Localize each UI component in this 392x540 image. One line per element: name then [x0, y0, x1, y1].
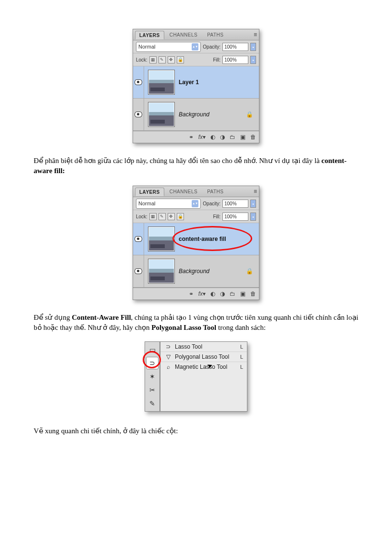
panel-menu-icon[interactable]: ≡ — [254, 188, 257, 195]
layers-panel-wrap-1: LAYERS CHANNELS PATHS ≡ Normal ▲▼ Opacit… — [34, 29, 358, 143]
tab-layers[interactable]: LAYERS — [135, 31, 164, 39]
lock-icon: 🔒 — [246, 111, 253, 118]
layer-thumbnail[interactable] — [148, 102, 175, 127]
panel-menu-icon[interactable]: ≡ — [254, 31, 257, 38]
fill-dropdown-icon[interactable]: ▸ — [250, 56, 256, 64]
blend-row: Normal ▲▼ Opacity: 100% ▸ — [133, 197, 259, 210]
lasso-label: Lasso Tool — [175, 343, 202, 350]
fill-label: Fill: — [213, 214, 220, 219]
fx-icon[interactable]: fx▾ — [198, 290, 206, 297]
opacity-label: Opacity: — [203, 44, 220, 50]
opacity-dropdown-icon[interactable]: ▸ — [250, 200, 256, 208]
opacity-input[interactable]: 100% — [222, 200, 248, 208]
visibility-toggle[interactable] — [133, 99, 144, 130]
lock-transparency-icon[interactable]: ▦ — [149, 213, 157, 220]
blend-mode-select[interactable]: Normal ▲▼ — [136, 199, 201, 209]
paragraph-3: Vẽ xung quanh chi tiết chính, ở đây là c… — [34, 426, 358, 436]
opacity-label: Opacity: — [203, 201, 220, 206]
layer-row-background[interactable]: Background 🔒 — [133, 255, 259, 288]
polygonal-label: Polygonal Lasso Tool — [175, 353, 229, 360]
tool-flyout-wrap: ▭ ⊃ ✶ ✂ ✎ ⊃ Lasso Tool L ▽ Polygonal Las… — [34, 341, 358, 412]
fx-icon[interactable]: fx▾ — [198, 134, 206, 140]
tab-channels[interactable]: CHANNELS — [165, 30, 202, 39]
tab-layers[interactable]: LAYERS — [135, 188, 164, 196]
crop-tool-btn[interactable]: ✂ — [146, 384, 159, 396]
lock-label: Lock: — [136, 57, 147, 63]
fill-input[interactable]: 100% — [222, 56, 248, 64]
marquee-tool-btn[interactable]: ▭ — [146, 343, 159, 356]
lasso-flyout-menu: ⊃ Lasso Tool L ▽ Polygonal Lasso Tool L … — [160, 341, 247, 412]
lock-label: Lock: — [136, 214, 147, 219]
eye-icon — [135, 236, 142, 242]
layers-panel-wrap-2: LAYERS CHANNELS PATHS ≡ Normal ▲▼ Opacit… — [34, 186, 358, 300]
group-icon[interactable]: 🗀 — [230, 134, 235, 140]
layer-row-background[interactable]: Background 🔒 — [133, 99, 259, 131]
lasso-icon: ⊃ — [164, 343, 172, 350]
lock-all-icon[interactable]: 🔒 — [177, 56, 184, 63]
polygonal-lasso-icon: ▽ — [164, 353, 172, 360]
panel-footer: ⚭ fx▾ ◐ ◑ 🗀 ▣ 🗑 — [133, 131, 259, 143]
link-icon[interactable]: ⚭ — [189, 290, 194, 297]
opacity-dropdown-icon[interactable]: ▸ — [250, 43, 256, 51]
layer-thumbnail[interactable] — [148, 226, 175, 251]
lock-transparency-icon[interactable]: ▦ — [149, 56, 157, 63]
opacity-input[interactable]: 100% — [222, 43, 248, 51]
toolbar-column: ▭ ⊃ ✶ ✂ ✎ — [145, 341, 160, 412]
layer-thumbnail[interactable] — [148, 259, 175, 284]
magnetic-label: Magnetic Lasso Tool — [175, 364, 227, 370]
layer-name-background[interactable]: Background — [179, 111, 209, 118]
trash-icon[interactable]: 🗑 — [250, 134, 256, 140]
adjustment-icon[interactable]: ◑ — [220, 134, 225, 140]
magic-wand-btn[interactable]: ✶ — [146, 370, 159, 383]
layer-row-renamed[interactable]: content-aware fill — [133, 223, 259, 255]
eye-icon — [135, 79, 142, 85]
layer-name-layer1[interactable]: Layer 1 — [179, 79, 199, 86]
shortcut: L — [240, 364, 243, 370]
fill-dropdown-icon[interactable]: ▸ — [250, 213, 256, 221]
panel-footer: ⚭ fx▾ ◐ ◑ 🗀 ▣ 🗑 — [133, 288, 259, 300]
menu-item-lasso[interactable]: ⊃ Lasso Tool L — [160, 342, 247, 352]
new-layer-icon[interactable]: ▣ — [240, 134, 245, 140]
layer-name-renamed[interactable]: content-aware fill — [179, 236, 226, 242]
lock-row: Lock: ▦ ✎ ✥ 🔒 Fill: 100% ▸ — [133, 210, 259, 223]
layers-list: content-aware fill Background 🔒 — [133, 223, 259, 288]
paragraph-1: Để phân biệt dễ hơn giữa các lớp này, ch… — [34, 156, 358, 176]
layers-panel-renamed: LAYERS CHANNELS PATHS ≡ Normal ▲▼ Opacit… — [133, 186, 259, 300]
mask-icon[interactable]: ◐ — [210, 134, 215, 140]
eye-icon — [135, 268, 142, 274]
lock-pixels-icon[interactable]: ✎ — [159, 213, 166, 220]
tab-paths[interactable]: PATHS — [203, 30, 228, 39]
lock-all-icon[interactable]: 🔒 — [177, 213, 184, 220]
layer-thumbnail[interactable] — [148, 70, 175, 95]
tab-paths[interactable]: PATHS — [203, 187, 228, 196]
blend-mode-select[interactable]: Normal ▲▼ — [136, 42, 201, 52]
lock-position-icon[interactable]: ✥ — [168, 213, 175, 220]
lasso-tool-btn[interactable]: ⊃ — [146, 357, 159, 369]
eyedropper-btn[interactable]: ✎ — [146, 397, 159, 410]
group-icon[interactable]: 🗀 — [230, 290, 235, 297]
visibility-toggle[interactable] — [133, 255, 144, 287]
lock-pixels-icon[interactable]: ✎ — [159, 56, 166, 63]
trash-icon[interactable]: 🗑 — [250, 290, 256, 297]
visibility-toggle[interactable] — [133, 66, 144, 98]
blend-mode-value: Normal — [138, 201, 155, 206]
tab-channels[interactable]: CHANNELS — [165, 187, 202, 196]
layers-list: Layer 1 Background 🔒 — [133, 66, 259, 131]
shortcut: L — [240, 354, 243, 360]
new-layer-icon[interactable]: ▣ — [240, 290, 245, 297]
panel-tabs: LAYERS CHANNELS PATHS ≡ — [133, 29, 259, 40]
visibility-toggle[interactable] — [133, 223, 144, 255]
layer-name-background[interactable]: Background — [179, 268, 209, 275]
menu-item-magnetic[interactable]: ⌕ Magnetic Lasso Tool L — [160, 362, 247, 372]
mask-icon[interactable]: ◐ — [210, 290, 215, 297]
adjustment-icon[interactable]: ◑ — [220, 290, 225, 297]
lock-position-icon[interactable]: ✥ — [168, 56, 175, 63]
link-icon[interactable]: ⚭ — [189, 134, 194, 140]
fill-input[interactable]: 100% — [222, 213, 248, 221]
layer-row-layer1[interactable]: Layer 1 — [133, 66, 259, 99]
eye-icon — [135, 112, 142, 117]
menu-item-polygonal[interactable]: ▽ Polygonal Lasso Tool L — [160, 352, 247, 362]
tool-flyout: ▭ ⊃ ✶ ✂ ✎ ⊃ Lasso Tool L ▽ Polygonal Las… — [145, 341, 247, 412]
fill-label: Fill: — [213, 57, 220, 63]
lock-row: Lock: ▦ ✎ ✥ 🔒 Fill: 100% ▸ — [133, 53, 259, 66]
